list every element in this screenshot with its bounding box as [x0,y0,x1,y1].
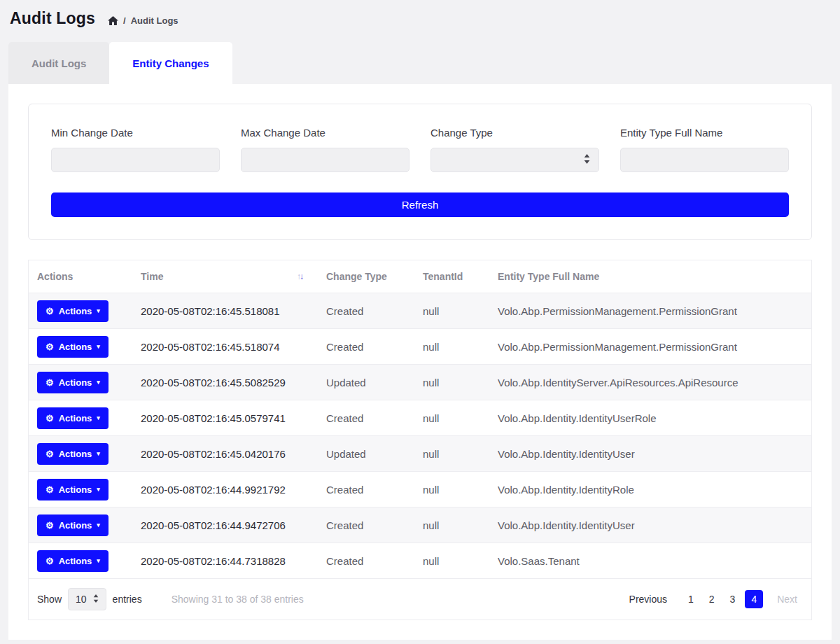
page-header: Audit Logs / Audit Logs [0,0,840,32]
row-actions-button[interactable]: ⚙Actions▾ [37,372,108,393]
entity-type-cell: Volo.Abp.Identity.IdentityUserRole [489,400,811,436]
tenant-id-cell: null [414,400,489,436]
filter-grid: Min Change Date Max Change Date Change T… [51,127,789,172]
pagination-page-4[interactable]: 4 [745,590,763,608]
tab-entity-changes[interactable]: Entity Changes [109,42,232,84]
max-change-date-label: Max Change Date [241,127,410,139]
caret-down-icon: ▾ [97,344,100,350]
table-row: ⚙Actions▾ 2020-05-08T02:16:45.5082529 Up… [29,365,811,400]
gear-icon: ⚙ [46,449,54,458]
page-title: Audit Logs [10,9,95,28]
time-cell: 2020-05-08T02:16:44.7318828 [132,543,318,579]
caret-down-icon: ▾ [97,558,100,564]
pagination-page-2[interactable]: 2 [704,590,720,608]
col-header-actions: Actions [29,260,132,293]
change-type-cell: Created [318,543,414,579]
breadcrumb-separator: / [123,15,126,26]
gear-icon: ⚙ [46,485,54,494]
filter-max-change-date: Max Change Date [241,127,410,172]
tenant-id-cell: null [414,329,489,365]
col-header-change-type: Change Type [318,260,414,293]
gear-icon: ⚙ [46,378,54,387]
row-actions-button[interactable]: ⚙Actions▾ [37,479,108,500]
col-header-time[interactable]: Time ↑↓ [132,260,318,293]
table-row: ⚙Actions▾ 2020-05-08T02:16:45.518081 Cre… [29,293,811,329]
entity-type-cell: Volo.Abp.PermissionManagement.Permission… [489,329,811,365]
pagination: Previous 1 2 3 4 Next [624,590,803,608]
caret-down-icon: ▾ [97,308,100,314]
tenant-id-cell: null [414,543,489,579]
entity-type-cell: Volo.Abp.PermissionManagement.Permission… [489,293,811,329]
breadcrumb-current: Audit Logs [131,15,178,26]
filter-min-change-date: Min Change Date [51,127,220,172]
row-actions-button[interactable]: ⚙Actions▾ [37,514,108,536]
change-type-select[interactable] [430,148,599,172]
entity-type-full-name-label: Entity Type Full Name [620,127,789,139]
sort-icon[interactable]: ↑↓ [297,272,302,281]
filter-entity-type-full-name: Entity Type Full Name [620,127,789,172]
col-header-entity-type: Entity Type Full Name [489,260,811,293]
change-type-cell: Created [318,293,414,329]
updown-arrows-icon [93,594,99,605]
entity-type-full-name-input[interactable] [620,148,789,172]
refresh-button[interactable]: Refresh [51,192,789,217]
row-actions-button[interactable]: ⚙Actions▾ [37,407,108,429]
caret-down-icon: ▾ [97,451,100,457]
max-change-date-input[interactable] [241,148,410,172]
table-header-row: Actions Time ↑↓ Change Type TenantId Ent… [29,260,811,293]
gear-icon: ⚙ [46,414,54,423]
col-header-tenant-id: TenantId [414,260,489,293]
time-cell: 2020-05-08T02:16:44.9472706 [132,507,318,543]
pagination-page-1[interactable]: 1 [682,590,699,608]
page-size-select[interactable]: 10 [68,588,106,610]
tenant-id-cell: null [414,472,489,507]
table-row: ⚙Actions▾ 2020-05-08T02:16:45.0420176 Up… [29,436,811,472]
entity-type-cell: Volo.Abp.Identity.IdentityUser [489,436,811,472]
min-change-date-input[interactable] [51,148,220,172]
time-cell: 2020-05-08T02:16:45.0579741 [132,400,318,436]
entries-summary: Showing 31 to 38 of 38 entries [172,594,304,605]
tenant-id-cell: null [414,436,489,472]
row-actions-button[interactable]: ⚙Actions▾ [37,336,108,358]
tenant-id-cell: null [414,507,489,543]
row-actions-button[interactable]: ⚙Actions▾ [37,550,108,572]
change-type-cell: Updated [318,436,414,472]
table-row: ⚙Actions▾ 2020-05-08T02:16:45.518074 Cre… [29,329,811,365]
filter-card: Min Change Date Max Change Date Change T… [28,104,812,240]
time-cell: 2020-05-08T02:16:44.9921792 [132,472,318,507]
time-cell: 2020-05-08T02:16:45.0420176 [132,436,318,472]
gear-icon: ⚙ [46,556,54,566]
entity-type-cell: Volo.Saas.Tenant [489,543,811,579]
caret-down-icon: ▾ [97,522,100,528]
entity-type-cell: Volo.Abp.Identity.IdentityRole [489,472,811,507]
change-type-cell: Created [318,400,414,436]
tab-bar: Audit Logs Entity Changes [8,42,832,84]
pagination-page-3[interactable]: 3 [724,590,741,608]
change-type-cell: Created [318,507,414,543]
pagination-previous[interactable]: Previous [624,590,673,608]
change-type-cell: Created [318,472,414,507]
caret-down-icon: ▾ [97,486,100,493]
row-actions-button[interactable]: ⚙Actions▾ [37,300,108,322]
home-icon[interactable] [108,16,118,25]
gear-icon: ⚙ [46,342,54,351]
filter-change-type: Change Type [430,127,599,172]
time-cell: 2020-05-08T02:16:45.518081 [132,293,318,329]
caret-down-icon: ▾ [97,379,100,386]
table-footer: Show 10 entries Showing 31 to 38 of 38 e… [29,579,811,620]
tab-audit-logs[interactable]: Audit Logs [8,42,109,84]
table-row: ⚙Actions▾ 2020-05-08T02:16:44.7318828 Cr… [29,543,811,579]
gear-icon: ⚙ [46,521,54,530]
min-change-date-label: Min Change Date [51,127,220,139]
tenant-id-cell: null [414,293,489,329]
table-row: ⚙Actions▾ 2020-05-08T02:16:44.9921792 Cr… [29,472,811,507]
change-type-cell: Created [318,329,414,365]
row-actions-button[interactable]: ⚙Actions▾ [37,443,108,465]
updown-arrows-icon [584,154,590,166]
entity-type-cell: Volo.Abp.IdentityServer.ApiResources.Api… [489,365,811,400]
pagination-next[interactable]: Next [771,590,803,608]
page-size-value: 10 [76,594,87,605]
time-cell: 2020-05-08T02:16:45.518074 [132,329,318,365]
breadcrumb: / Audit Logs [108,15,178,26]
change-type-label: Change Type [430,127,599,139]
